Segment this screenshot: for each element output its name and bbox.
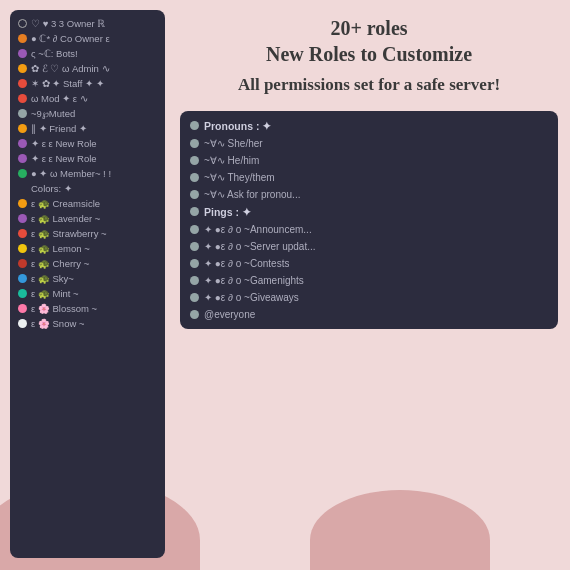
- sidebar-item: ς ~ℂ: Bots!: [14, 46, 161, 61]
- role-label: @everyone: [204, 309, 255, 320]
- role-label: ✦ ●ε ∂ ο ~Gamenights: [204, 275, 304, 286]
- sidebar-item-label: ε 🐢 Mint ~: [31, 288, 79, 299]
- sidebar-item-label: ε 🌸 Blossom ~: [31, 303, 97, 314]
- sidebar-item-label: ♡ ♥ 3 3 Owner ℝ: [31, 18, 105, 29]
- role-item: ✦ ●ε ∂ ο ~Gamenights: [188, 272, 550, 289]
- sidebar-item: ✦ ε ε New Role: [14, 151, 161, 166]
- role-label: ✦ ●ε ∂ ο ~Server updat...: [204, 241, 316, 252]
- role-item: ✦ ●ε ∂ ο ~Contests: [188, 255, 550, 272]
- sidebar-panel: ♡ ♥ 3 3 Owner ℝ● ℂ* ∂ Co Owner ες ~ℂ: Bo…: [10, 10, 165, 558]
- sidebar-item: ● ✦ ω Member~ ! !: [14, 166, 161, 181]
- role-item: ✦ ●ε ∂ ο ~Giveaways: [188, 289, 550, 306]
- role-label: Pronouns : ✦: [204, 120, 271, 132]
- sidebar-item-label: ε 🐢 Lavender ~: [31, 213, 100, 224]
- role-label: ✦ ●ε ∂ ο ~Contests: [204, 258, 289, 269]
- sidebar-item-label: ε 🐢 Strawberry ~: [31, 228, 107, 239]
- sidebar-item: ✶ ✿ ✦ Staff ✦ ✦: [14, 76, 161, 91]
- sidebar-item: ~9℘Muted: [14, 106, 161, 121]
- role-section-header: Pronouns : ✦: [188, 117, 550, 135]
- sidebar-item: ε 🌸 Blossom ~: [14, 301, 161, 316]
- sidebar-item-label: ✿ ℰ ♡ ω Admin ∿: [31, 63, 110, 74]
- subtitle: All permissions set for a safe server!: [178, 73, 560, 97]
- sidebar-item-label: ∥ ✦ Friend ✦: [31, 123, 87, 134]
- sidebar-item-label: ε 🐢 Lemon ~: [31, 243, 90, 254]
- sidebar-item: ♡ ♥ 3 3 Owner ℝ: [14, 16, 161, 31]
- role-label: ~∀∿ Ask for pronou...: [204, 189, 300, 200]
- role-section-header: Pings : ✦: [188, 203, 550, 221]
- sidebar-item: ε 🐢 Mint ~: [14, 286, 161, 301]
- sidebar-item-label: ε 🐢 Creamsicle: [31, 198, 100, 209]
- sidebar-item: ε 🐢 Sky~: [14, 271, 161, 286]
- sidebar-item-label: ✶ ✿ ✦ Staff ✦ ✦: [31, 78, 104, 89]
- sidebar-item: ε 🐢 Cherry ~: [14, 256, 161, 271]
- sidebar-item: ∥ ✦ Friend ✦: [14, 121, 161, 136]
- sidebar-item: ε 🐢 Strawberry ~: [14, 226, 161, 241]
- sidebar-item-label: ● ℂ* ∂ Co Owner ε: [31, 33, 110, 44]
- role-item: ✦ ●ε ∂ ο ~Server updat...: [188, 238, 550, 255]
- sidebar-item: ε 🌸 Snow ~: [14, 316, 161, 331]
- sidebar-item-label: ε 🐢 Cherry ~: [31, 258, 89, 269]
- sidebar-item-label: ✦ ε ε New Role: [31, 138, 97, 149]
- role-label: ~∀∿ He/him: [204, 155, 259, 166]
- roles-panel: Pronouns : ✦~∀∿ She/her~∀∿ He/him~∀∿ The…: [180, 111, 558, 329]
- role-item: ✦ ●ε ∂ ο ~Announcem...: [188, 221, 550, 238]
- role-item: ~∀∿ Ask for pronou...: [188, 186, 550, 203]
- sidebar-item: ● ℂ* ∂ Co Owner ε: [14, 31, 161, 46]
- sidebar-item-label: ε 🐢 Sky~: [31, 273, 74, 284]
- role-label: Pings : ✦: [204, 206, 251, 218]
- role-label: ~∀∿ She/her: [204, 138, 263, 149]
- sidebar-item-label: ~9℘Muted: [31, 108, 75, 119]
- wave-decoration-right: [310, 490, 490, 570]
- title-line1: 20+ roles New Roles to Customize: [178, 15, 560, 67]
- sidebar-item: ✦ ε ε New Role: [14, 136, 161, 151]
- role-label: ~∀∿ They/them: [204, 172, 275, 183]
- role-item: ~∀∿ She/her: [188, 135, 550, 152]
- info-panel: 20+ roles New Roles to Customize All per…: [178, 15, 560, 329]
- sidebar-item: ✿ ℰ ♡ ω Admin ∿: [14, 61, 161, 76]
- sidebar-item: Colors: ✦: [14, 181, 161, 196]
- role-label: ✦ ●ε ∂ ο ~Giveaways: [204, 292, 299, 303]
- sidebar-item-label: Colors: ✦: [31, 183, 72, 194]
- role-item: ~∀∿ They/them: [188, 169, 550, 186]
- sidebar-item: ε 🐢 Lavender ~: [14, 211, 161, 226]
- sidebar-item-label: ● ✦ ω Member~ ! !: [31, 168, 111, 179]
- sidebar-item-label: ε 🌸 Snow ~: [31, 318, 84, 329]
- sidebar-item: ε 🐢 Creamsicle: [14, 196, 161, 211]
- sidebar-item-label: ✦ ε ε New Role: [31, 153, 97, 164]
- role-item: @everyone: [188, 306, 550, 323]
- role-item: ~∀∿ He/him: [188, 152, 550, 169]
- sidebar-item: ω Mod ✦ ε ∿: [14, 91, 161, 106]
- sidebar-item: ε 🐢 Lemon ~: [14, 241, 161, 256]
- sidebar-item-label: ς ~ℂ: Bots!: [31, 48, 78, 59]
- role-label: ✦ ●ε ∂ ο ~Announcem...: [204, 224, 312, 235]
- sidebar-item-label: ω Mod ✦ ε ∿: [31, 93, 88, 104]
